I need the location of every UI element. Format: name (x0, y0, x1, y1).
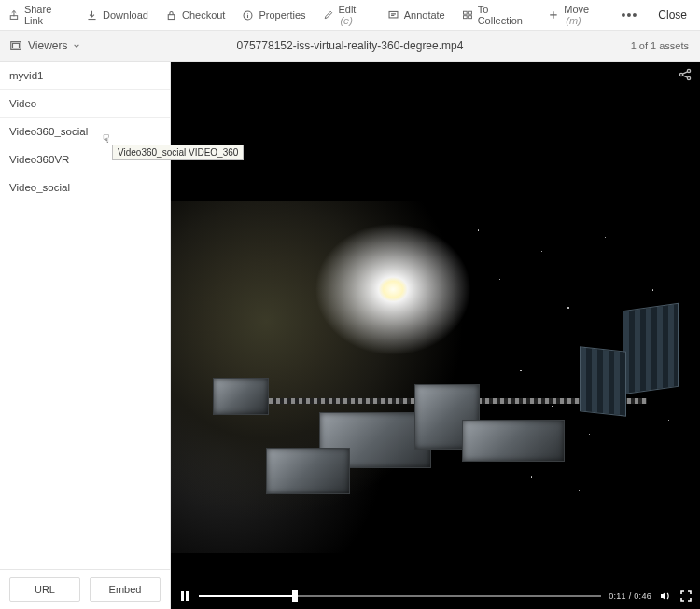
header-bar: Viewers 075778152-iss-virtual-reality-36… (0, 31, 700, 62)
viewer-item-video[interactable]: Video (0, 90, 170, 118)
svg-rect-14 (186, 591, 189, 601)
move-label: Move (m) (564, 4, 605, 26)
checkout-button[interactable]: Checkout (157, 0, 233, 30)
svg-rect-4 (463, 11, 467, 14)
viewers-dropdown[interactable]: Viewers (0, 39, 90, 52)
video-frame-image (171, 201, 700, 553)
asset-count: 1 of 1 assets (620, 40, 700, 51)
embed-button[interactable]: Embed (90, 577, 161, 602)
annotate-icon (387, 9, 399, 21)
download-icon (86, 9, 98, 21)
seek-bar[interactable] (199, 593, 601, 599)
top-toolbar: Share Link Download Checkout Properties … (0, 0, 700, 31)
svg-rect-3 (389, 11, 398, 18)
video-player[interactable]: 0:11 / 0:46 (171, 62, 700, 609)
to-collection-label: To Collection (478, 4, 532, 26)
checkout-label: Checkout (182, 9, 225, 21)
share-video-icon[interactable] (678, 67, 693, 82)
download-label: Download (103, 9, 148, 21)
close-button[interactable]: Close (645, 8, 700, 21)
to-collection-button[interactable]: To Collection (454, 0, 540, 30)
viewers-label: Viewers (28, 39, 67, 52)
viewer-list: myvid1 Video Video360_social Video360VR … (0, 62, 170, 569)
viewer-item-video360-social[interactable]: Video360_social (0, 118, 170, 145)
lock-icon (165, 9, 177, 21)
player-controls: 0:11 / 0:46 (171, 583, 700, 609)
svg-rect-1 (168, 14, 175, 19)
svg-point-11 (679, 73, 682, 76)
svg-point-12 (687, 76, 690, 79)
properties-button[interactable]: Properties (233, 0, 314, 30)
share-link-label: Share Link (24, 4, 69, 26)
svg-rect-9 (13, 43, 20, 48)
viewer-item-myvid1[interactable]: myvid1 (0, 62, 170, 90)
edit-button[interactable]: Edit (e) (315, 0, 379, 30)
svg-rect-7 (468, 16, 471, 19)
viewers-icon (9, 39, 22, 52)
pause-button[interactable] (178, 589, 191, 602)
share-link-button[interactable]: Share Link (0, 0, 77, 30)
viewer-item-video-social[interactable]: Video_social (0, 173, 170, 201)
download-button[interactable]: Download (77, 0, 157, 30)
pencil-icon (323, 9, 334, 21)
svg-rect-13 (181, 591, 184, 601)
fullscreen-button[interactable] (679, 589, 693, 602)
properties-label: Properties (259, 9, 305, 21)
svg-rect-5 (468, 11, 471, 14)
share-icon (8, 9, 20, 21)
volume-button[interactable] (659, 589, 672, 602)
asset-filename: 075778152-iss-virtual-reality-360-degree… (237, 39, 464, 52)
svg-point-10 (687, 69, 690, 72)
more-actions-button[interactable]: ••• (614, 7, 646, 22)
viewer-tooltip: Video360_social VIDEO_360 (112, 145, 244, 160)
annotate-button[interactable]: Annotate (379, 0, 454, 30)
edit-label: Edit (e) (338, 4, 370, 26)
collection-icon (462, 9, 473, 21)
url-button[interactable]: URL (9, 577, 80, 602)
plus-icon (548, 9, 559, 21)
annotate-label: Annotate (404, 9, 445, 21)
svg-rect-6 (463, 16, 467, 19)
time-display: 0:11 / 0:46 (609, 591, 651, 601)
move-button[interactable]: Move (m) (539, 0, 613, 30)
info-icon (242, 9, 254, 21)
chevron-down-icon (73, 42, 80, 49)
